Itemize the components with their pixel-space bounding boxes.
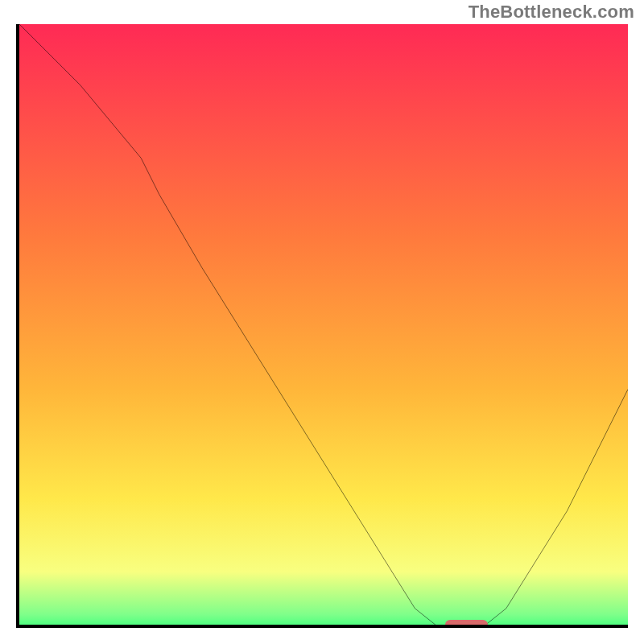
bottleneck-curve <box>19 24 628 628</box>
watermark-text: TheBottleneck.com <box>469 2 634 23</box>
plot-area <box>16 24 628 628</box>
chart-container: TheBottleneck.com <box>0 0 644 644</box>
optimal-point-marker <box>445 620 488 628</box>
